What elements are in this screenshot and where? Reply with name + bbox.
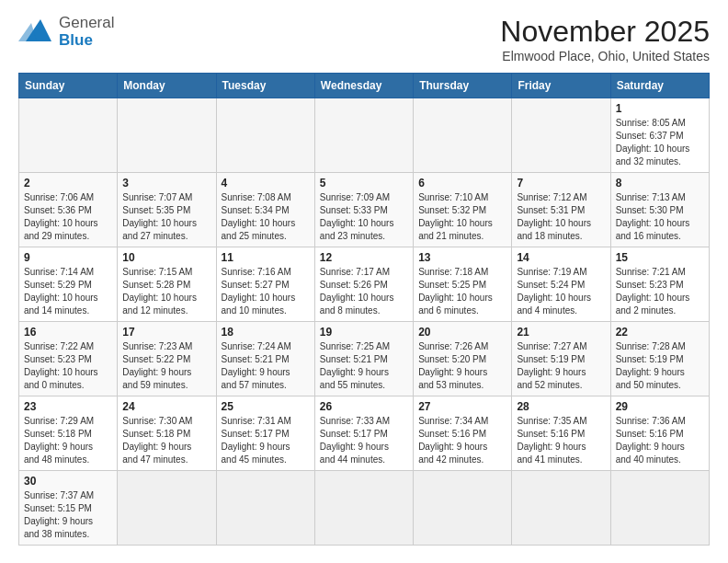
- day-number: 24: [122, 400, 210, 413]
- day-header-wednesday: Wednesday: [314, 74, 413, 98]
- day-info: Sunrise: 7:26 AM Sunset: 5:20 PM Dayligh…: [418, 340, 506, 392]
- day-cell: [414, 471, 512, 546]
- day-number: 3: [122, 177, 210, 190]
- day-cell: [314, 98, 413, 173]
- day-info: Sunrise: 7:22 AM Sunset: 5:23 PM Dayligh…: [24, 340, 112, 392]
- logo: General Blue: [18, 15, 114, 49]
- day-info: Sunrise: 7:35 AM Sunset: 5:16 PM Dayligh…: [517, 415, 605, 466]
- day-number: 5: [320, 177, 408, 190]
- day-info: Sunrise: 7:29 AM Sunset: 5:18 PM Dayligh…: [24, 415, 112, 466]
- logo-text: General Blue: [59, 15, 114, 49]
- calendar-body: 1Sunrise: 8:05 AM Sunset: 6:37 PM Daylig…: [19, 98, 710, 546]
- day-cell: 16Sunrise: 7:22 AM Sunset: 5:23 PM Dayli…: [19, 322, 118, 396]
- day-cell: 6Sunrise: 7:10 AM Sunset: 5:32 PM Daylig…: [414, 173, 512, 247]
- day-header-tuesday: Tuesday: [216, 74, 314, 98]
- day-header-thursday: Thursday: [414, 74, 512, 98]
- day-cell: 9Sunrise: 7:14 AM Sunset: 5:29 PM Daylig…: [19, 247, 118, 322]
- day-cell: 7Sunrise: 7:12 AM Sunset: 5:31 PM Daylig…: [512, 173, 610, 247]
- day-cell: [414, 98, 512, 173]
- day-number: 15: [616, 251, 704, 264]
- day-info: Sunrise: 7:14 AM Sunset: 5:29 PM Dayligh…: [24, 266, 112, 317]
- day-cell: 27Sunrise: 7:34 AM Sunset: 5:16 PM Dayli…: [414, 396, 512, 471]
- day-info: Sunrise: 7:08 AM Sunset: 5:34 PM Dayligh…: [222, 191, 310, 243]
- day-number: 11: [222, 251, 310, 264]
- day-number: 25: [222, 400, 310, 413]
- day-info: Sunrise: 7:25 AM Sunset: 5:21 PM Dayligh…: [320, 340, 408, 392]
- day-info: Sunrise: 7:34 AM Sunset: 5:16 PM Dayligh…: [418, 415, 506, 466]
- day-number: 4: [222, 177, 310, 190]
- week-row-6: 30Sunrise: 7:37 AM Sunset: 5:15 PM Dayli…: [19, 471, 710, 546]
- day-cell: [216, 98, 314, 173]
- general-blue-logo-svg: [18, 16, 51, 49]
- day-number: 18: [222, 326, 310, 339]
- day-number: 12: [320, 251, 408, 264]
- calendar-title: November 2025: [500, 15, 710, 49]
- day-info: Sunrise: 7:07 AM Sunset: 5:35 PM Dayligh…: [122, 191, 210, 243]
- day-number: 14: [517, 251, 605, 264]
- day-cell: 4Sunrise: 7:08 AM Sunset: 5:34 PM Daylig…: [216, 173, 314, 247]
- day-info: Sunrise: 7:15 AM Sunset: 5:28 PM Dayligh…: [122, 266, 210, 317]
- day-info: Sunrise: 7:18 AM Sunset: 5:25 PM Dayligh…: [418, 266, 506, 317]
- day-info: Sunrise: 7:09 AM Sunset: 5:33 PM Dayligh…: [320, 191, 408, 243]
- page: General Blue November 2025 Elmwood Place…: [0, 0, 728, 555]
- day-number: 22: [616, 326, 704, 339]
- title-block: November 2025 Elmwood Place, Ohio, Unite…: [500, 15, 710, 63]
- day-header-monday: Monday: [118, 74, 216, 98]
- day-info: Sunrise: 8:05 AM Sunset: 6:37 PM Dayligh…: [616, 117, 704, 168]
- day-cell: 13Sunrise: 7:18 AM Sunset: 5:25 PM Dayli…: [414, 247, 512, 322]
- day-cell: [512, 471, 610, 546]
- week-row-5: 23Sunrise: 7:29 AM Sunset: 5:18 PM Dayli…: [19, 396, 710, 471]
- day-cell: 19Sunrise: 7:25 AM Sunset: 5:21 PM Dayli…: [314, 322, 413, 396]
- day-number: 20: [418, 326, 506, 339]
- day-cell: 1Sunrise: 8:05 AM Sunset: 6:37 PM Daylig…: [610, 98, 709, 173]
- day-cell: 30Sunrise: 7:37 AM Sunset: 5:15 PM Dayli…: [19, 471, 118, 546]
- day-number: 13: [418, 251, 506, 264]
- day-info: Sunrise: 7:36 AM Sunset: 5:16 PM Dayligh…: [616, 415, 704, 466]
- day-cell: 22Sunrise: 7:28 AM Sunset: 5:19 PM Dayli…: [610, 322, 709, 396]
- day-header-friday: Friday: [512, 74, 610, 98]
- day-number: 6: [418, 177, 506, 190]
- day-number: 16: [24, 326, 112, 339]
- day-cell: 12Sunrise: 7:17 AM Sunset: 5:26 PM Dayli…: [314, 247, 413, 322]
- day-number: 23: [24, 400, 112, 413]
- day-cell: 26Sunrise: 7:33 AM Sunset: 5:17 PM Dayli…: [314, 396, 413, 471]
- logo-icon: [18, 16, 51, 49]
- day-cell: [19, 98, 118, 173]
- calendar-subtitle: Elmwood Place, Ohio, United States: [500, 49, 710, 63]
- day-info: Sunrise: 7:37 AM Sunset: 5:15 PM Dayligh…: [24, 489, 112, 541]
- day-number: 10: [122, 251, 210, 264]
- day-info: Sunrise: 7:19 AM Sunset: 5:24 PM Dayligh…: [517, 266, 605, 317]
- day-info: Sunrise: 7:30 AM Sunset: 5:18 PM Dayligh…: [122, 415, 210, 466]
- day-info: Sunrise: 7:24 AM Sunset: 5:21 PM Dayligh…: [222, 340, 310, 392]
- day-cell: 2Sunrise: 7:06 AM Sunset: 5:36 PM Daylig…: [19, 173, 118, 247]
- day-cell: [314, 471, 413, 546]
- day-cell: 5Sunrise: 7:09 AM Sunset: 5:33 PM Daylig…: [314, 173, 413, 247]
- day-info: Sunrise: 7:28 AM Sunset: 5:19 PM Dayligh…: [616, 340, 704, 392]
- day-number: 17: [122, 326, 210, 339]
- day-number: 30: [24, 475, 112, 488]
- week-row-2: 2Sunrise: 7:06 AM Sunset: 5:36 PM Daylig…: [19, 173, 710, 247]
- calendar-table: SundayMondayTuesdayWednesdayThursdayFrid…: [18, 73, 710, 546]
- day-info: Sunrise: 7:12 AM Sunset: 5:31 PM Dayligh…: [517, 191, 605, 243]
- day-cell: 29Sunrise: 7:36 AM Sunset: 5:16 PM Dayli…: [610, 396, 709, 471]
- day-number: 29: [616, 400, 704, 413]
- day-cell: [610, 471, 709, 546]
- day-number: 7: [517, 177, 605, 190]
- day-cell: 10Sunrise: 7:15 AM Sunset: 5:28 PM Dayli…: [118, 247, 216, 322]
- week-row-1: 1Sunrise: 8:05 AM Sunset: 6:37 PM Daylig…: [19, 98, 710, 173]
- day-cell: 3Sunrise: 7:07 AM Sunset: 5:35 PM Daylig…: [118, 173, 216, 247]
- day-cell: 24Sunrise: 7:30 AM Sunset: 5:18 PM Dayli…: [118, 396, 216, 471]
- day-cell: 15Sunrise: 7:21 AM Sunset: 5:23 PM Dayli…: [610, 247, 709, 322]
- day-number: 1: [616, 102, 704, 115]
- days-of-week-row: SundayMondayTuesdayWednesdayThursdayFrid…: [19, 74, 710, 98]
- day-number: 28: [517, 400, 605, 413]
- day-cell: 14Sunrise: 7:19 AM Sunset: 5:24 PM Dayli…: [512, 247, 610, 322]
- day-info: Sunrise: 7:27 AM Sunset: 5:19 PM Dayligh…: [517, 340, 605, 392]
- day-cell: [118, 98, 216, 173]
- day-info: Sunrise: 7:31 AM Sunset: 5:17 PM Dayligh…: [222, 415, 310, 466]
- calendar-header: SundayMondayTuesdayWednesdayThursdayFrid…: [19, 74, 710, 98]
- day-number: 8: [616, 177, 704, 190]
- day-info: Sunrise: 7:17 AM Sunset: 5:26 PM Dayligh…: [320, 266, 408, 317]
- day-info: Sunrise: 7:10 AM Sunset: 5:32 PM Dayligh…: [418, 191, 506, 243]
- day-cell: 23Sunrise: 7:29 AM Sunset: 5:18 PM Dayli…: [19, 396, 118, 471]
